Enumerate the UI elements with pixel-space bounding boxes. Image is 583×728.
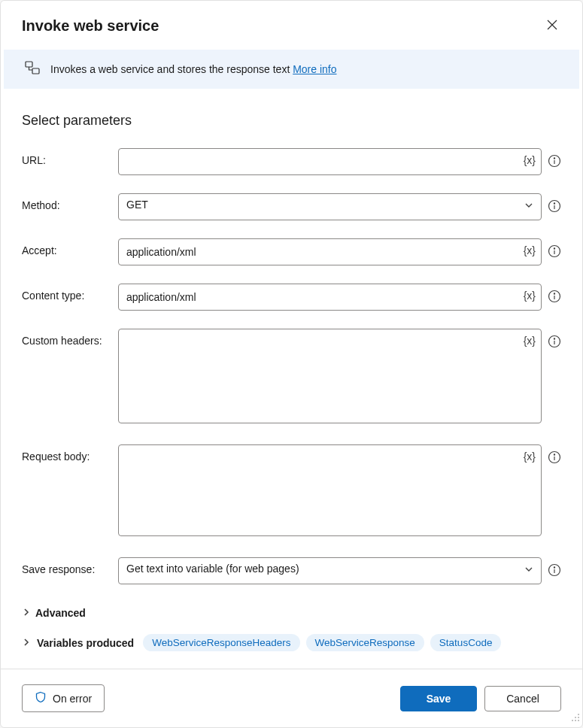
info-icon[interactable] <box>548 199 561 216</box>
request-body-label: Request body: <box>22 444 112 463</box>
method-value: GET <box>126 199 148 211</box>
info-banner: Invokes a web service and stores the res… <box>4 50 579 89</box>
url-label: URL: <box>22 148 112 166</box>
variable-pill[interactable]: StatusCode <box>430 634 502 651</box>
advanced-toggle[interactable]: Advanced <box>22 602 561 623</box>
advanced-label: Advanced <box>35 607 86 619</box>
close-icon <box>546 22 558 33</box>
field-request-body: Request body: {x} <box>22 444 561 539</box>
field-method: Method: GET <box>22 193 561 220</box>
variables-produced-row: Variables produced WebServiceResponseHea… <box>22 634 561 651</box>
on-error-button[interactable]: On error <box>22 684 105 712</box>
web-service-icon <box>25 60 40 78</box>
info-icon[interactable] <box>548 244 561 261</box>
variables-produced-label: Variables produced <box>37 637 134 649</box>
dialog-title: Invoke web service <box>22 17 159 35</box>
custom-headers-label: Custom headers: <box>22 329 112 347</box>
variable-insert-button[interactable]: {x} <box>524 450 536 463</box>
invoke-web-service-dialog: Invoke web service Invokes a web service… <box>0 0 583 728</box>
method-select[interactable]: GET <box>118 193 542 220</box>
url-input[interactable] <box>118 148 542 175</box>
save-response-label: Save response: <box>22 557 112 575</box>
variable-insert-button[interactable]: {x} <box>524 335 536 347</box>
chevron-right-icon <box>22 607 31 619</box>
field-url: URL: {x} <box>22 148 561 175</box>
cancel-button[interactable]: Cancel <box>484 686 561 711</box>
section-title: Select parameters <box>22 113 561 129</box>
svg-point-5 <box>554 203 554 204</box>
banner-description: Invokes a web service and stores the res… <box>50 63 293 75</box>
method-label: Method: <box>22 193 112 211</box>
content-type-input[interactable] <box>118 284 542 311</box>
field-accept: Accept: {x} <box>22 238 561 265</box>
custom-headers-input[interactable] <box>118 329 542 423</box>
svg-point-7 <box>554 248 554 249</box>
dialog-content: Select parameters URL: {x} Method: GET <box>1 89 582 669</box>
banner-text: Invokes a web service and stores the res… <box>50 63 337 75</box>
shield-icon <box>35 691 47 705</box>
info-icon[interactable] <box>548 335 561 351</box>
variable-insert-button[interactable]: {x} <box>524 154 536 166</box>
dialog-header: Invoke web service <box>1 1 582 50</box>
field-custom-headers: Custom headers: {x} <box>22 329 561 426</box>
variable-pill[interactable]: WebServiceResponse <box>306 634 424 651</box>
field-save-response: Save response: Get text into variable (f… <box>22 557 561 584</box>
accept-input[interactable] <box>118 238 542 265</box>
close-button[interactable] <box>543 16 561 36</box>
accept-label: Accept: <box>22 238 112 256</box>
request-body-input[interactable] <box>118 444 542 536</box>
variable-insert-button[interactable]: {x} <box>524 244 536 256</box>
svg-point-15 <box>554 567 554 568</box>
info-icon[interactable] <box>548 450 561 467</box>
svg-point-9 <box>554 293 554 294</box>
info-icon[interactable] <box>548 154 561 171</box>
svg-rect-0 <box>26 62 32 67</box>
chevron-right-icon[interactable] <box>22 636 31 650</box>
info-icon[interactable] <box>548 563 561 580</box>
save-response-select[interactable]: Get text into variable (for web pages) <box>118 557 542 584</box>
save-button[interactable]: Save <box>400 686 477 711</box>
footer-actions: Save Cancel <box>400 686 561 711</box>
info-icon[interactable] <box>548 290 561 306</box>
content-type-label: Content type: <box>22 284 112 302</box>
svg-rect-1 <box>32 68 39 74</box>
svg-point-11 <box>554 338 554 339</box>
svg-point-3 <box>554 158 554 159</box>
on-error-label: On error <box>53 693 92 705</box>
dialog-footer: On error Save Cancel <box>1 669 582 727</box>
variable-insert-button[interactable]: {x} <box>524 290 536 302</box>
field-content-type: Content type: {x} <box>22 284 561 311</box>
save-response-value: Get text into variable (for web pages) <box>126 563 299 575</box>
svg-point-13 <box>554 454 554 455</box>
more-info-link[interactable]: More info <box>293 63 336 75</box>
variable-pill[interactable]: WebServiceResponseHeaders <box>143 634 299 651</box>
